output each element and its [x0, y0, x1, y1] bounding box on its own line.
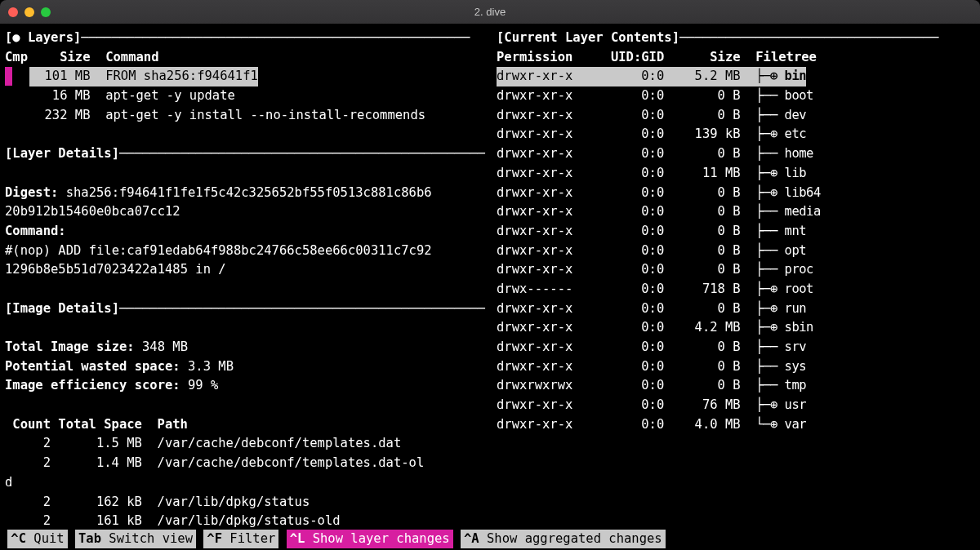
layers-panel-title: [● Layers] [5, 30, 81, 45]
filetree-row[interactable]: drwxr-xr-x0:04.2 MB├─⊕ sbin [497, 318, 975, 338]
image-details-title: [Image Details] [5, 301, 119, 316]
filetree-row[interactable]: drwxr-xr-x0:00 B├── dev [497, 106, 975, 126]
filetree-row[interactable]: drwxr-xr-x0:00 B├── sys [497, 357, 975, 377]
filetree-row[interactable]: drwxr-xr-x0:00 B├── media [497, 202, 975, 222]
filetree-row[interactable]: drwxr-xr-x0:00 B├── srv [497, 338, 975, 357]
filetree-row[interactable]: drwxr-xr-x0:00 B├── home [497, 144, 975, 164]
layer-details-title: [Layer Details] [5, 146, 119, 161]
filetree-row[interactable]: drwxr-xr-x0:04.0 MB└─⊕ var [497, 415, 975, 435]
terminal-window: 2. dive [● Layers]──────────────────────… [0, 0, 980, 550]
layer-row[interactable]: 232 MBapt-get -y install --no-install-re… [5, 106, 493, 126]
filetree-row[interactable]: drwx------0:0718 B├─⊕ root [497, 280, 975, 299]
window-title: 2. dive [0, 4, 980, 20]
filetree-row[interactable]: drwxr-xr-x0:076 MB├─⊕ usr [497, 396, 975, 415]
status-action[interactable]: ^A Show aggregated changes [461, 530, 666, 548]
filetree-row[interactable]: drwxr-xr-x0:05.2 MB├─⊕ bin [497, 67, 975, 86]
filetree-row[interactable]: drwxr-xr-x0:00 B├── mnt [497, 222, 975, 242]
filetree-row[interactable]: drwxr-xr-x0:00 B├─⊕ run [497, 299, 975, 319]
filetree-row[interactable]: drwxr-xr-x0:0139 kB├─⊕ etc [497, 125, 975, 144]
filetree-header: Permission UID:GID Size Filetree [497, 48, 975, 68]
layers-header: Cmp Size Command [5, 48, 493, 68]
titlebar: 2. dive [0, 0, 980, 24]
status-action[interactable]: ^F Filter [203, 530, 278, 548]
filetree-row[interactable]: drwxrwxrwx0:00 B├── tmp [497, 376, 975, 396]
filetree-row[interactable]: drwxr-xr-x0:00 B├─⊕ lib64 [497, 184, 975, 203]
filetree-row[interactable]: drwxr-xr-x0:00 B├── boot [497, 86, 975, 106]
filetree-row[interactable]: drwxr-xr-x0:011 MB├─⊕ lib [497, 164, 975, 184]
wasted-row: 21.5 MB/var/cache/debconf/templates.dat [5, 434, 493, 454]
wasted-row: 2162 kB/var/lib/dpkg/status [5, 493, 493, 512]
selected-layer-indicator [5, 67, 12, 85]
layer-row[interactable]: 101 MBFROM sha256:f94641f1 [5, 67, 493, 86]
wasted-row: 2161 kB/var/lib/dpkg/status-old [5, 512, 493, 531]
status-action[interactable]: ^C Quit [7, 530, 67, 548]
contents-panel-title: [Current Layer Contents] [497, 30, 679, 45]
terminal-body[interactable]: [● Layers]──────────────────────────────… [0, 24, 980, 550]
wasted-header: CountTotal SpacePath [5, 415, 493, 435]
filetree-row[interactable]: drwxr-xr-x0:00 B├── opt [497, 242, 975, 261]
filetree-row[interactable]: drwxr-xr-x0:00 B├── proc [497, 260, 975, 280]
status-bar: ^C Quit Tab Switch view ^F Filter ^L Sho… [0, 530, 980, 550]
status-action[interactable]: ^L Show layer changes [287, 530, 453, 548]
status-action[interactable]: Tab Switch view [75, 530, 196, 548]
layer-row[interactable]: 16 MBapt-get -y update [5, 86, 493, 106]
wasted-row: 21.4 MB/var/cache/debconf/templates.dat-… [5, 454, 493, 473]
